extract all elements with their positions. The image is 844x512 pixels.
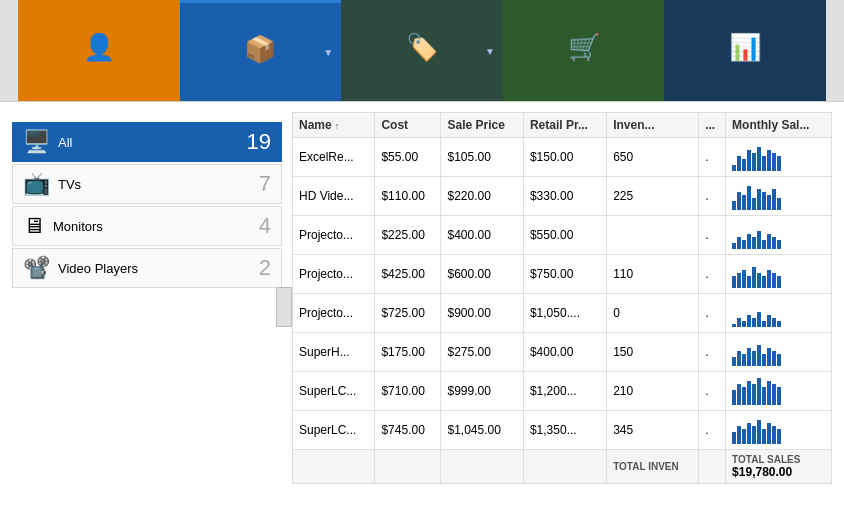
products-dropdown-icon[interactable]: ▼ <box>323 47 333 58</box>
nav-right-arrow[interactable] <box>826 0 844 101</box>
category-count-tvs: 7 <box>259 171 271 197</box>
nav-left-arrow[interactable] <box>0 0 18 101</box>
bar-segment <box>772 273 776 288</box>
bar-segment <box>757 345 761 366</box>
bar-segment <box>762 276 766 288</box>
cell-inventory-1: 225 <box>607 177 699 216</box>
bar-segment <box>772 318 776 327</box>
cell-dot-3: . <box>699 255 726 294</box>
cell-retail_price-5: $400.00 <box>523 333 606 372</box>
bar-segment <box>772 426 776 444</box>
cell-cost-6: $710.00 <box>375 372 441 411</box>
bar-segment <box>767 150 771 171</box>
table-row[interactable]: Projecto...$725.00$900.00$1,050....0. <box>293 294 832 333</box>
cell-retail_price-7: $1,350... <box>523 411 606 450</box>
customers-dropdown-icon[interactable]: ▼ <box>485 45 495 56</box>
bar-segment <box>737 318 741 327</box>
cell-inventory-7: 345 <box>607 411 699 450</box>
category-list: 🖥️ All 19 📺 TVs 7 🖥 Monitors 4 📽️ Video … <box>12 122 282 288</box>
cell-cost-7: $745.00 <box>375 411 441 450</box>
table-row[interactable]: SuperH...$175.00$275.00$400.00150. <box>293 333 832 372</box>
sales-icon: 🛒 <box>568 32 600 63</box>
collapse-button[interactable] <box>276 287 292 327</box>
table-row[interactable]: SuperLC...$710.00$999.00$1,200...210. <box>293 372 832 411</box>
bar-chart-5 <box>732 338 825 366</box>
bar-segment <box>737 426 741 444</box>
cell-inventory-3: 110 <box>607 255 699 294</box>
category-name-video-players: Video Players <box>58 261 138 276</box>
bar-chart-6 <box>732 377 825 405</box>
bar-segment <box>747 186 751 210</box>
nav-item-products[interactable]: 📦 ▼ <box>180 0 342 101</box>
bar-segment <box>762 387 766 405</box>
category-item-video-players[interactable]: 📽️ Video Players 2 <box>12 248 282 288</box>
bar-segment <box>762 240 766 249</box>
bar-segment <box>732 276 736 288</box>
bar-segment <box>752 384 756 405</box>
bar-segment <box>767 315 771 327</box>
bar-segment <box>737 192 741 210</box>
bar-segment <box>757 231 761 249</box>
nav-item-sales[interactable]: 🛒 <box>503 0 665 101</box>
table-row[interactable]: SuperLC...$745.00$1,045.00$1,350...345. <box>293 411 832 450</box>
cell-sale_price-2: $400.00 <box>441 216 523 255</box>
bar-segment <box>772 351 776 366</box>
bar-chart-0 <box>732 143 825 171</box>
nav-item-customers[interactable]: 🏷️ ▼ <box>341 0 503 101</box>
bar-chart-1 <box>732 182 825 210</box>
bar-segment <box>747 423 751 444</box>
footer-total-inventory-label: TOTAL INVEN <box>607 450 699 484</box>
cell-name-4: Projecto... <box>293 294 375 333</box>
cell-dot-6: . <box>699 372 726 411</box>
category-item-tvs[interactable]: 📺 TVs 7 <box>12 164 282 204</box>
top-navigation: 👤 📦 ▼ 🏷️ ▼ 🛒 📊 <box>0 0 844 102</box>
bar-segment <box>762 354 766 366</box>
bar-chart-2 <box>732 221 825 249</box>
bar-segment <box>762 192 766 210</box>
category-item-monitors[interactable]: 🖥 Monitors 4 <box>12 206 282 246</box>
bar-segment <box>747 150 751 171</box>
cell-cost-1: $110.00 <box>375 177 441 216</box>
nav-item-employees[interactable]: 👤 <box>18 0 180 101</box>
bar-segment <box>737 351 741 366</box>
bar-segment <box>762 321 766 327</box>
bar-segment <box>767 423 771 444</box>
category-count-monitors: 4 <box>259 213 271 239</box>
bar-segment <box>752 318 756 327</box>
cell-name-5: SuperH... <box>293 333 375 372</box>
right-panel: Name↑CostSale PriceRetail Pr...Inven....… <box>292 112 832 502</box>
table-row[interactable]: ExcelRe...$55.00$105.00$150.00650. <box>293 138 832 177</box>
category-item-all[interactable]: 🖥️ All 19 <box>12 122 282 162</box>
cell-dot-2: . <box>699 216 726 255</box>
cell-monthly-chart-4 <box>726 294 832 333</box>
cell-sale_price-0: $105.00 <box>441 138 523 177</box>
table-row[interactable]: Projecto...$225.00$400.00$550.00. <box>293 216 832 255</box>
category-left-monitors: 🖥 Monitors <box>23 213 103 239</box>
bar-segment <box>737 273 741 288</box>
footer-dot <box>699 450 726 484</box>
cell-dot-7: . <box>699 411 726 450</box>
nav-item-opportunities[interactable]: 📊 <box>664 0 826 101</box>
cell-cost-0: $55.00 <box>375 138 441 177</box>
bar-segment <box>767 348 771 366</box>
table-row[interactable]: HD Vide...$110.00$220.00$330.00225. <box>293 177 832 216</box>
bar-segment <box>747 348 751 366</box>
col-header-name[interactable]: Name↑ <box>293 113 375 138</box>
col-header-sale_price: Sale Price <box>441 113 523 138</box>
cell-sale_price-1: $220.00 <box>441 177 523 216</box>
footer-empty-0 <box>293 450 375 484</box>
footer-total-sales: TOTAL SALES$19,780.00 <box>726 450 832 484</box>
table-row[interactable]: Projecto...$425.00$600.00$750.00110. <box>293 255 832 294</box>
cell-name-1: HD Vide... <box>293 177 375 216</box>
bar-segment <box>772 189 776 210</box>
bar-segment <box>752 198 756 210</box>
bar-segment <box>757 312 761 327</box>
bar-segment <box>742 159 746 171</box>
bar-segment <box>777 198 781 210</box>
opportunities-icon: 📊 <box>729 32 761 63</box>
cell-inventory-5: 150 <box>607 333 699 372</box>
bar-chart-4 <box>732 299 825 327</box>
bar-segment <box>777 276 781 288</box>
cell-name-2: Projecto... <box>293 216 375 255</box>
category-icon-video-players: 📽️ <box>23 255 50 281</box>
